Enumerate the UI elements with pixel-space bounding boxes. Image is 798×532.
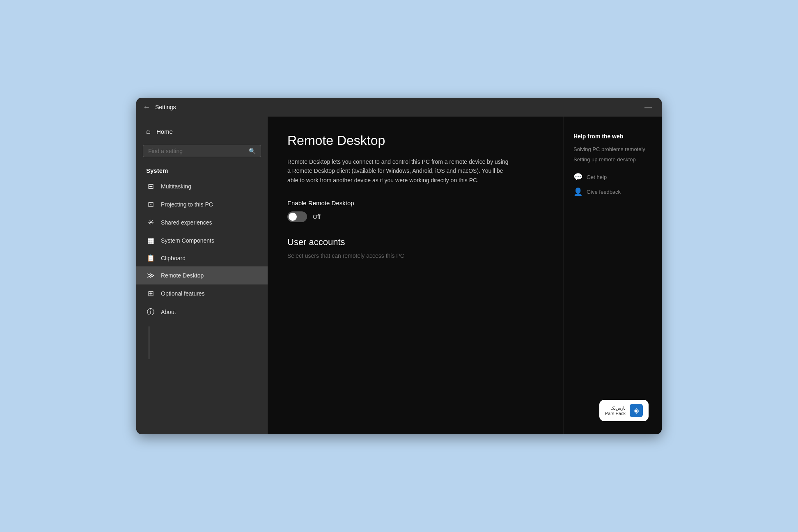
search-box[interactable]: 🔍 xyxy=(143,145,261,157)
sidebar-item-multitasking[interactable]: ⊟ Multitasking xyxy=(136,177,268,195)
sidebar-item-shared-experiences[interactable]: ✳ Shared experiences xyxy=(136,213,268,232)
search-input[interactable] xyxy=(148,148,249,154)
search-icon: 🔍 xyxy=(249,148,256,154)
sidebar-item-home[interactable]: ⌂ Home xyxy=(136,123,268,140)
sidebar: ⌂ Home 🔍 System ⊟ Multitasking ⊡ Pro xyxy=(136,117,268,434)
window-controls: — xyxy=(641,103,655,112)
scroll-indicator xyxy=(149,326,149,359)
home-label: Home xyxy=(156,128,173,135)
remote-desktop-toggle[interactable] xyxy=(287,211,307,222)
sidebar-item-label-clipboard: Clipboard xyxy=(161,255,186,261)
get-help-action[interactable]: 💬 Get help xyxy=(573,172,652,181)
watermark-logo: ◈ xyxy=(630,404,643,417)
watermark-text: پارس‌پک Pars Pack xyxy=(605,406,626,416)
enable-label: Enable Remote Desktop xyxy=(287,200,543,206)
shared-icon: ✳ xyxy=(146,218,155,227)
main-content: Remote Desktop Remote Desktop lets you c… xyxy=(268,117,563,434)
projecting-icon: ⊡ xyxy=(146,200,155,209)
remote-desktop-icon: ≫ xyxy=(146,271,155,280)
sidebar-item-label-optional: Optional features xyxy=(161,290,205,297)
help-link-solving[interactable]: Solving PC problems remotely xyxy=(573,146,652,152)
give-feedback-icon: 👤 xyxy=(573,187,582,196)
sidebar-item-projecting[interactable]: ⊡ Projecting to this PC xyxy=(136,195,268,213)
sidebar-section-system: System xyxy=(136,162,268,177)
toggle-knob xyxy=(289,213,297,221)
sidebar-item-clipboard[interactable]: 📋 Clipboard xyxy=(136,250,268,266)
clipboard-icon: 📋 xyxy=(146,254,155,262)
sidebar-item-label-shared: Shared experiences xyxy=(161,219,212,226)
page-title: Remote Desktop xyxy=(287,133,543,148)
help-link-setting-up[interactable]: Setting up remote desktop xyxy=(573,156,652,163)
sidebar-item-label-projecting: Projecting to this PC xyxy=(161,201,213,208)
about-icon: ⓘ xyxy=(146,307,155,317)
page-description: Remote Desktop lets you connect to and c… xyxy=(287,157,509,185)
watermark-line2: Pars Pack xyxy=(605,411,626,416)
sidebar-item-label-remote-desktop: Remote Desktop xyxy=(161,272,204,279)
components-icon: ▦ xyxy=(146,236,155,245)
get-help-icon: 💬 xyxy=(573,172,582,181)
multitasking-icon: ⊟ xyxy=(146,182,155,191)
user-accounts-title: User accounts xyxy=(287,237,543,248)
title-bar: ← Settings — xyxy=(136,98,662,117)
home-icon: ⌂ xyxy=(146,127,151,136)
sidebar-item-optional-features[interactable]: ⊞ Optional features xyxy=(136,284,268,303)
minimize-button[interactable]: — xyxy=(641,103,655,112)
help-title: Help from the web xyxy=(573,133,652,140)
sidebar-item-about[interactable]: ⓘ About xyxy=(136,303,268,321)
watermark-line1: پارس‌پک xyxy=(605,406,626,411)
give-feedback-label: Give feedback xyxy=(587,189,621,195)
optional-icon: ⊞ xyxy=(146,289,155,298)
content-area: ⌂ Home 🔍 System ⊟ Multitasking ⊡ Pro xyxy=(136,117,662,434)
sidebar-item-label-about: About xyxy=(161,309,176,315)
back-button[interactable]: ← xyxy=(143,103,150,112)
sidebar-item-remote-desktop[interactable]: ≫ Remote Desktop xyxy=(136,266,268,284)
get-help-label: Get help xyxy=(587,174,607,180)
user-accounts-subtitle: Select users that can remotely access th… xyxy=(287,252,543,259)
watermark-icon: ◈ xyxy=(633,406,639,415)
toggle-row: Off xyxy=(287,211,543,222)
sidebar-item-label-components: System Components xyxy=(161,237,214,244)
toggle-status: Off xyxy=(313,213,320,220)
sidebar-item-label-multitasking: Multitasking xyxy=(161,183,191,190)
window-title: Settings xyxy=(155,104,176,110)
give-feedback-action[interactable]: 👤 Give feedback xyxy=(573,187,652,196)
right-panel: Help from the web Solving PC problems re… xyxy=(563,117,662,434)
sidebar-item-system-components[interactable]: ▦ System Components xyxy=(136,232,268,250)
watermark: پارس‌پک Pars Pack ◈ xyxy=(599,400,649,421)
